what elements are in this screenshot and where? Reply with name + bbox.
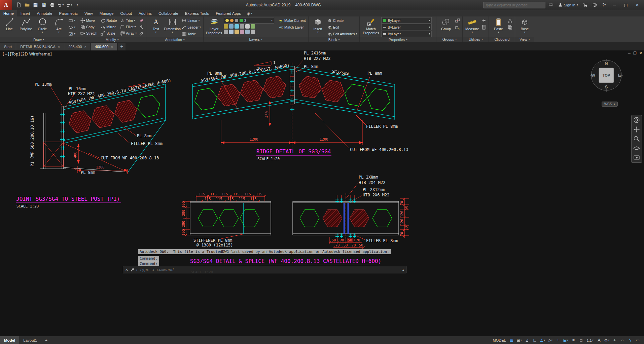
hatch-tool[interactable]: ▾: [68, 31, 76, 37]
layer-states-icon[interactable]: [251, 30, 255, 34]
compass-west[interactable]: W: [591, 73, 596, 78]
panel-clipboard-label[interactable]: Clipboard: [489, 37, 515, 42]
scale-tool[interactable]: Scale: [100, 30, 117, 36]
grid-icon[interactable]: ▦: [508, 337, 515, 344]
ribbon-tab-view[interactable]: View: [81, 10, 96, 16]
show-motion-icon[interactable]: [633, 154, 640, 161]
text-tool[interactable]: AText▾: [148, 17, 164, 34]
pan-icon[interactable]: [633, 126, 640, 133]
command-customize-icon[interactable]: [130, 268, 134, 272]
quick-calc-tool[interactable]: [481, 24, 487, 30]
doc-minimize-button[interactable]: ─: [628, 51, 631, 55]
polar-tracking-icon[interactable]: ∠▾: [539, 337, 546, 344]
maximize-button[interactable]: ▢: [621, 1, 631, 9]
circle-tool[interactable]: Circle▾: [35, 17, 50, 34]
command-close-icon[interactable]: ✕: [125, 268, 128, 272]
panel-modify-label[interactable]: Modify▾: [78, 37, 146, 42]
ribbon-tab-insert[interactable]: Insert: [17, 10, 34, 16]
layer-merge-icon[interactable]: [235, 30, 239, 34]
autocad-logo-icon[interactable]: A: [0, 0, 12, 10]
fillet-tool[interactable]: Fillet▾: [119, 24, 137, 30]
group-tool[interactable]: Group: [438, 17, 454, 31]
compass-north[interactable]: N: [605, 61, 608, 66]
layer-off-icon[interactable]: [224, 24, 228, 29]
erase-tool[interactable]: [138, 17, 144, 24]
match-properties-tool[interactable]: Match Properties: [361, 17, 380, 35]
app-store-icon[interactable]: [581, 1, 589, 9]
navigation-wheel-icon[interactable]: [633, 117, 640, 123]
ellipse-tool[interactable]: ▾: [68, 24, 76, 30]
match-layer-tool[interactable]: Match Layer: [278, 24, 307, 30]
layer-delete-icon[interactable]: [240, 30, 244, 34]
new-tab-button[interactable]: +: [118, 43, 126, 50]
undo-button[interactable]: ▾: [57, 1, 64, 9]
layer-freeze-icon[interactable]: [235, 24, 239, 29]
new-drawing-button[interactable]: [15, 1, 22, 9]
ribbon-tab-manage[interactable]: Manage: [96, 10, 117, 16]
layer-isolate-icon[interactable]: [229, 24, 234, 29]
viewcube-top-label[interactable]: TOP: [603, 73, 610, 77]
file-tab-298-400[interactable]: 298-400×: [64, 43, 91, 50]
model-space-canvas[interactable]: PL 13mm PL 16mm HTB 2X7 M22 SG3/SG4 (WF …: [0, 50, 644, 336]
connect-icon[interactable]: [591, 1, 598, 9]
layer-thaw-icon[interactable]: [251, 24, 255, 29]
polyline-tool[interactable]: Polyline: [18, 17, 34, 31]
minimize-button[interactable]: ─: [610, 1, 619, 9]
close-icon[interactable]: ×: [111, 45, 113, 49]
annotation-scale-button[interactable]: 1:1▾: [585, 337, 595, 344]
cut-tool[interactable]: [507, 17, 513, 24]
offset-tool[interactable]: [138, 31, 144, 37]
open-button[interactable]: [23, 1, 31, 9]
ribbon-tab-collaborate[interactable]: Collaborate: [155, 10, 182, 16]
leader-tool[interactable]: Leader▾: [181, 24, 202, 30]
doc-close-button[interactable]: ✕: [639, 51, 642, 55]
command-history-toggle[interactable]: ▴: [402, 268, 404, 272]
ribbon-tab-addins[interactable]: Add-ins: [135, 10, 155, 16]
annotation-visibility-icon[interactable]: A: [596, 337, 603, 344]
orbit-icon[interactable]: [633, 145, 640, 152]
lineweight-icon[interactable]: ≡: [570, 337, 577, 344]
isolate-objects-icon[interactable]: ○: [619, 337, 626, 344]
group-edit-tool[interactable]: [455, 24, 461, 30]
ribbon-tab-output[interactable]: Output: [117, 10, 135, 16]
linetype-combo[interactable]: ByLayer▾: [381, 24, 432, 30]
panel-draw-label[interactable]: Draw▾: [0, 37, 78, 42]
isodraft-icon[interactable]: ◇▾: [547, 337, 554, 344]
plot-button[interactable]: [48, 1, 56, 9]
layer-unisolate-icon[interactable]: [224, 30, 228, 34]
close-icon[interactable]: ×: [58, 45, 60, 49]
panel-groups-label[interactable]: Groups▾: [436, 37, 462, 42]
layer-properties-tool[interactable]: Layer Properties: [205, 17, 223, 35]
make-current-tool[interactable]: Make Current: [278, 17, 307, 24]
explode-tool[interactable]: [138, 24, 144, 30]
panel-view-label[interactable]: View▾: [515, 37, 534, 42]
viewport-minimize-control[interactable]: [−]: [3, 52, 9, 56]
redo-button[interactable]: ▾: [65, 1, 73, 9]
osnap-icon[interactable]: ▣▾: [562, 337, 569, 344]
paste-tool[interactable]: Paste▾: [491, 17, 506, 34]
qat-customize-button[interactable]: ▾: [74, 1, 81, 9]
rectangle-tool[interactable]: ▾: [68, 17, 76, 24]
trim-tool[interactable]: Trim▾: [119, 17, 137, 24]
ortho-icon[interactable]: ∟: [531, 337, 538, 344]
compass-east[interactable]: E: [618, 73, 621, 78]
panel-utilities-label[interactable]: Utilities▾: [463, 37, 489, 42]
graphics-performance-icon[interactable]: ϟ: [627, 337, 634, 344]
mirror-tool[interactable]: Mirror: [100, 24, 117, 30]
infer-constraints-icon[interactable]: ⊿: [524, 337, 531, 344]
insert-block-tool[interactable]: Insert▾: [310, 17, 326, 34]
stretch-tool[interactable]: Stretch: [80, 30, 98, 36]
array-tool[interactable]: Array▾: [119, 30, 137, 36]
id-point-tool[interactable]: [481, 17, 487, 24]
viewcube[interactable]: TOP N S W E: [586, 54, 627, 95]
help-button[interactable]: ?▾: [600, 1, 608, 9]
file-tab-400-600[interactable]: 400-600×: [91, 43, 117, 50]
edit-attributes-tool[interactable]: 1Edit Attributes▾: [327, 31, 358, 37]
compass-south[interactable]: S: [605, 84, 608, 89]
panel-layers-label[interactable]: Layers▾: [204, 37, 308, 42]
workspace-icon[interactable]: ⚙▾: [603, 337, 610, 344]
panel-properties-label[interactable]: Properties▾: [360, 37, 436, 42]
close-icon[interactable]: ×: [84, 45, 86, 49]
model-tab[interactable]: Model: [0, 336, 19, 344]
doc-restore-button[interactable]: ❐: [633, 51, 637, 55]
